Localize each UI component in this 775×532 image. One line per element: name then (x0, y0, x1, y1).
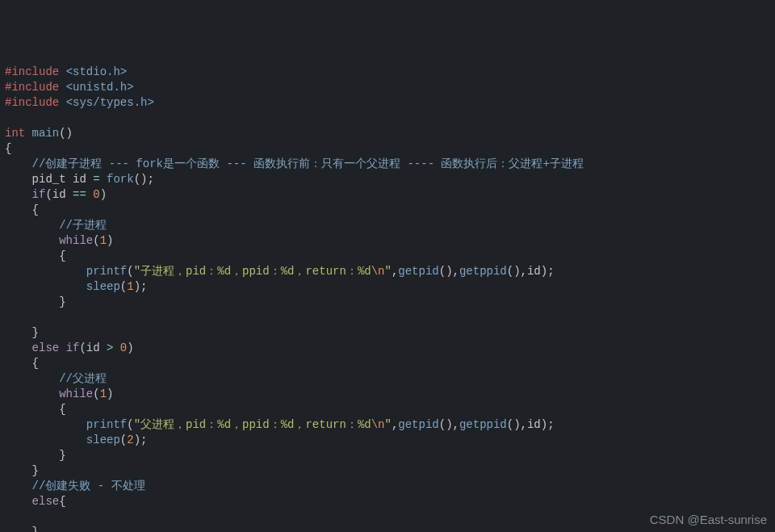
func-call: printf (86, 265, 127, 278)
watermark: CSDN @East-sunrise (650, 512, 767, 527)
code-line: { (5, 203, 39, 216)
op: == (73, 188, 86, 201)
code-block: #include <stdio.h> #include <unistd.h> #… (5, 65, 770, 532)
func-call: getpid (398, 418, 438, 431)
indent (5, 265, 86, 278)
op: = (93, 173, 107, 186)
code-line: #include <unistd.h> (5, 81, 134, 94)
preproc: #include (5, 81, 66, 94)
code-line: if(id == 0) (5, 188, 107, 201)
brace: } (5, 326, 39, 339)
func-call: getppid (459, 418, 507, 431)
code-line: { (5, 357, 39, 370)
paren: (),id); (507, 418, 555, 431)
string: "子进程，pid：%d，ppid：%d，return：%d (134, 265, 371, 278)
func-call: sleep (86, 434, 120, 446)
comment: //子进程 (5, 219, 107, 232)
keyword: if (32, 188, 46, 201)
comment: //父进程 (5, 372, 107, 385)
code-line: { (5, 249, 66, 262)
code-line: } (5, 464, 39, 477)
paren: () (59, 127, 73, 140)
code-line: else{ (5, 495, 66, 508)
string: " (385, 418, 392, 431)
paren: ( (127, 418, 133, 431)
keyword: while (59, 234, 93, 247)
type: int (5, 127, 32, 140)
paren: ) (107, 387, 113, 400)
comment: //创建失败 - 不处理 (5, 480, 145, 492)
paren: ( (120, 280, 127, 293)
brace: { (5, 357, 39, 370)
code-line: } (5, 295, 66, 308)
brace: } (5, 449, 66, 462)
paren: (id (45, 188, 73, 201)
brace: } (5, 295, 66, 308)
paren: (),id); (507, 265, 555, 278)
sp (86, 188, 93, 201)
code-line: printf("父进程，pid：%d，ppid：%d，return：%d\n",… (5, 418, 555, 431)
func-call: fork (107, 173, 134, 186)
header: <stdio.h> (66, 65, 128, 78)
keyword: else (32, 495, 60, 508)
indent (5, 495, 32, 508)
paren: ) (100, 188, 107, 201)
brace: } (5, 464, 39, 477)
indent (5, 188, 32, 201)
paren: ( (127, 265, 133, 278)
indent (5, 234, 59, 247)
escape: \n (371, 265, 385, 278)
paren: (id (79, 341, 107, 354)
code-line: { (5, 142, 11, 155)
code-line: //创建失败 - 不处理 (5, 480, 145, 492)
code-line: } (5, 326, 39, 339)
func-name: main (32, 127, 60, 140)
func-call: getppid (459, 265, 507, 278)
keyword: else (32, 341, 60, 354)
indent (5, 434, 86, 446)
paren: ( (93, 234, 99, 247)
code-line: //父进程 (5, 372, 107, 385)
brace: { (5, 142, 11, 155)
ident: pid_t id (5, 173, 93, 186)
code-line: while(1) (5, 387, 113, 400)
paren: ); (134, 280, 148, 293)
code-line: #include <stdio.h> (5, 65, 127, 78)
brace: { (5, 249, 66, 262)
code-line: { (5, 403, 66, 416)
code-line: sleep(1); (5, 280, 147, 293)
string: " (385, 265, 392, 278)
indent (5, 341, 32, 354)
code-line: } (5, 449, 66, 462)
preproc: #include (5, 65, 66, 78)
paren: (), (439, 265, 459, 278)
paren: ); (134, 434, 148, 446)
paren: ( (93, 387, 99, 400)
number: 0 (120, 341, 127, 354)
code-line: else if(id > 0) (5, 341, 134, 354)
brace: } (5, 526, 39, 532)
func-call: printf (86, 418, 127, 431)
number: 1 (127, 280, 133, 293)
func-call: getpid (398, 265, 438, 278)
header: <sys/types.h> (66, 96, 154, 109)
indent (5, 280, 86, 293)
code-line: while(1) (5, 234, 113, 247)
sp (59, 341, 65, 354)
paren: (), (439, 418, 459, 431)
number: 1 (100, 234, 107, 247)
keyword: if (66, 341, 80, 354)
brace: { (5, 403, 66, 416)
code-line: } (5, 526, 39, 532)
code-line: printf("子进程，pid：%d，ppid：%d，return：%d\n",… (5, 265, 555, 278)
keyword: while (59, 387, 93, 400)
func-call: sleep (86, 280, 120, 293)
code-line: //子进程 (5, 219, 107, 232)
number: 0 (93, 188, 99, 201)
sp (113, 341, 119, 354)
number: 2 (127, 434, 133, 446)
preproc: #include (5, 96, 66, 109)
brace: { (5, 203, 39, 216)
code-line: sleep(2); (5, 434, 147, 446)
code-line: pid_t id = fork(); (5, 173, 154, 186)
